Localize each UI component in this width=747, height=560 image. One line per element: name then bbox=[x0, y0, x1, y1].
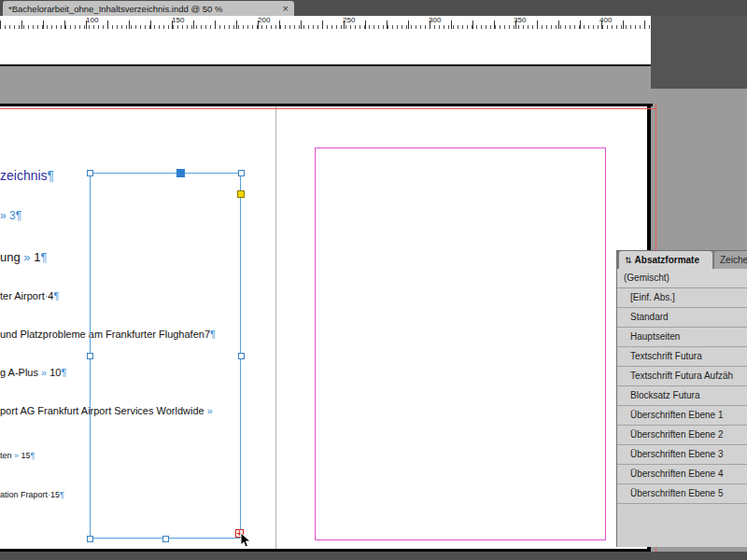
toc-text-frame[interactable] bbox=[90, 173, 241, 539]
style-row[interactable]: Überschriften Ebene 3 bbox=[617, 445, 747, 465]
indesign-window: *Bachelorarbeit_ohne_Inhaltsverzeichnis.… bbox=[0, 0, 747, 560]
toc-line: ter Airport·4¶ bbox=[0, 290, 59, 301]
style-row[interactable]: Textschrift Futura bbox=[617, 347, 747, 367]
style-row[interactable]: Überschriften Ebene 5 bbox=[617, 484, 747, 504]
frame-handle-top-left[interactable] bbox=[87, 170, 93, 176]
margin-guide bbox=[315, 147, 606, 540]
mouse-cursor-icon bbox=[240, 533, 251, 550]
frame-handle-top-middle[interactable] bbox=[176, 169, 185, 177]
bottom-scrollbar-area[interactable] bbox=[0, 552, 747, 560]
ruler-number: 200 bbox=[258, 16, 270, 24]
style-row[interactable]: Standard bbox=[617, 308, 747, 328]
corner-options-handle[interactable] bbox=[237, 190, 245, 198]
style-list: [Einf. Abs.]StandardHauptseitenTextschri… bbox=[617, 288, 747, 504]
toc-line: » 3¶ bbox=[0, 209, 21, 222]
toc-line: ung » 1¶ bbox=[0, 250, 47, 264]
document-tab-title: *Bachelorarbeit_ohne_Inhaltsverzeichnis.… bbox=[8, 4, 277, 14]
style-row[interactable]: Überschriften Ebene 2 bbox=[617, 426, 747, 445]
style-row[interactable]: Überschriften Ebene 1 bbox=[617, 406, 747, 426]
app-background bbox=[651, 16, 747, 89]
ruler-number: 300 bbox=[429, 16, 441, 24]
panel-header: ⇅ Absatzformate Zeichenf bbox=[617, 251, 747, 269]
tab-absatzformate[interactable]: ⇅ Absatzformate bbox=[619, 251, 712, 269]
ruler-number: 250 bbox=[343, 16, 355, 24]
style-row[interactable]: [Einf. Abs.] bbox=[617, 288, 747, 308]
style-row[interactable]: Textschrift Futura Aufzäh bbox=[617, 367, 747, 386]
ruler-number: 100 bbox=[86, 16, 98, 24]
horizontal-ruler[interactable]: 100150200250300350400450 bbox=[0, 16, 747, 30]
frame-handle-bottom-left[interactable] bbox=[87, 536, 93, 542]
document-tab[interactable]: *Bachelorarbeit_ohne_Inhaltsverzeichnis.… bbox=[3, 1, 294, 16]
toc-line: zeichnis¶ bbox=[0, 168, 54, 183]
page-divider bbox=[275, 106, 276, 549]
tab-zeichenformate[interactable]: Zeichenf bbox=[714, 251, 747, 269]
page-top-edge bbox=[0, 104, 653, 106]
style-row[interactable]: Überschriften Ebene 4 bbox=[617, 465, 747, 484]
ruler-number: 150 bbox=[172, 16, 184, 24]
toc-line: ation Fraport·15¶ bbox=[0, 490, 64, 499]
frame-handle-bottom-middle[interactable] bbox=[162, 536, 169, 542]
panel-collapse-icon: ⇅ bbox=[625, 256, 632, 265]
ruler-number: 350 bbox=[514, 16, 526, 24]
tab-absatzformate-label: Absatzformate bbox=[635, 255, 699, 265]
toc-line: g A-Plus » 10¶ bbox=[0, 367, 66, 378]
previous-page-bottom bbox=[0, 29, 653, 66]
frame-handle-top-right[interactable] bbox=[238, 170, 245, 176]
selected-style-info: (Gemischt) bbox=[617, 269, 747, 288]
tab-zeichenformate-label: Zeichenf bbox=[720, 255, 747, 265]
ruler-number: 400 bbox=[599, 16, 612, 24]
paragraph-styles-panel: ⇅ Absatzformate Zeichenf (Gemischt) [Ein… bbox=[616, 250, 747, 547]
style-row[interactable]: Hauptseiten bbox=[617, 328, 747, 347]
bleed-guide-horizontal bbox=[0, 108, 656, 109]
toc-line: ten » 15¶ bbox=[0, 451, 35, 460]
tab-close-icon[interactable]: × bbox=[283, 2, 289, 15]
ruler-major-ticks bbox=[0, 21, 747, 29]
frame-handle-right-middle[interactable] bbox=[238, 353, 245, 359]
document-tab-bar: *Bachelorarbeit_ohne_Inhaltsverzeichnis.… bbox=[0, 0, 747, 16]
frame-handle-left-middle[interactable] bbox=[87, 353, 93, 359]
style-row[interactable]: Blocksatz Futura bbox=[617, 386, 747, 406]
